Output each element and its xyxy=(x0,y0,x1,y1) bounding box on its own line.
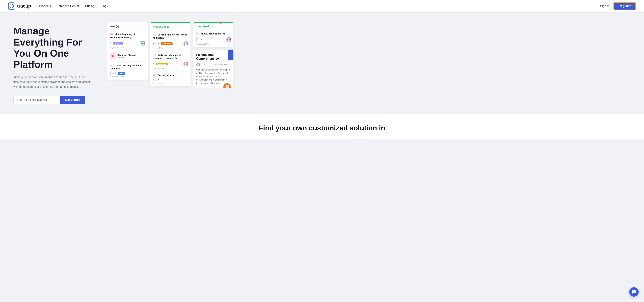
svg-point-12 xyxy=(184,64,187,66)
nav-pricing[interactable]: Pricing xyxy=(85,4,94,8)
card-29-date: July 29, 2022 xyxy=(152,67,188,69)
card-24-date: August 15, 2022 xyxy=(110,46,145,49)
kanban-column-processing: Processing (3) + #31 Second Half of Year… xyxy=(150,22,190,86)
nav-template-center[interactable]: Template Center xyxy=(57,4,79,8)
bottom-title: Find your own customized solution in xyxy=(14,124,630,132)
card-07-title: #07 Annual Tax Settlement xyxy=(196,32,231,35)
feature-card-inner: Flexible and Comprehensive John xyxy=(193,50,234,88)
subtask-icon-svg xyxy=(110,72,112,74)
tag-summary: Summary xyxy=(161,42,172,45)
hero-left: Manage Everything For You On One Platfor… xyxy=(14,22,100,104)
logo[interactable]: tracup xyxy=(8,2,31,10)
flag-icon-yellow: ⚑ xyxy=(110,42,112,44)
tag-data: Data xyxy=(118,72,125,75)
svg-line-17 xyxy=(220,22,229,24)
svg-point-1 xyxy=(142,42,144,43)
person-icon-29 xyxy=(184,62,188,66)
svg-rect-15 xyxy=(153,80,154,81)
feature-update-time: Latest update: 4:55 pm xyxy=(212,64,230,66)
logo-icon xyxy=(8,2,16,10)
card-24[interactable]: #24 Video Preparing of Promotional Activ… xyxy=(107,30,148,51)
person-icon-07 xyxy=(226,37,231,42)
nav-actions: Sign In Register xyxy=(600,2,636,10)
kanban-area: New (2) + #24 Video Preparing of Promoti… xyxy=(107,22,630,88)
feature-person-icon xyxy=(196,63,200,66)
svg-rect-18 xyxy=(196,38,196,39)
flag-icon-red-07: ⚑ xyxy=(200,38,202,41)
email-input[interactable] xyxy=(14,96,60,104)
subtask-icon-07 xyxy=(196,38,198,41)
svg-point-21 xyxy=(228,38,230,40)
card-31-title: #31 Second Half of Year Plan of All Sect… xyxy=(152,33,188,40)
nav-links: Products Template Center Pricing Blog ▾ xyxy=(39,4,600,8)
pdf-card[interactable]: PDF Business Plan.pdf (12.3M) xyxy=(107,51,148,62)
get-started-button[interactable]: Get Started xyxy=(60,96,85,104)
subtask-count-28: 2 xyxy=(152,79,156,81)
chevron-down-icon: ▾ xyxy=(107,5,108,7)
subtask-count-07: 2 xyxy=(196,38,200,41)
svg-rect-24 xyxy=(228,85,228,87)
card-24-meta: ⚑ Material xyxy=(110,41,145,45)
svg-point-2 xyxy=(142,44,144,45)
chevron-right-icon: › xyxy=(230,53,232,57)
col-title-completed: Completed (1) xyxy=(196,25,213,28)
svg-point-28 xyxy=(197,65,199,66)
subtask-count-23: 3 xyxy=(110,72,114,74)
person-icon xyxy=(140,41,145,45)
red-arrow-svg xyxy=(218,22,232,25)
hero-title: Manage Everything For You On One Platfor… xyxy=(14,25,100,70)
card-24-title: #24 Video Preparing of Promotional Activ… xyxy=(110,33,145,39)
svg-rect-19 xyxy=(197,38,198,39)
card-07-date: August 01, 2022 xyxy=(196,43,231,45)
card-29-title: #29 Daily provide clues of potential cus… xyxy=(152,54,188,60)
tag-material: Material xyxy=(113,42,123,44)
col-add-new[interactable]: + xyxy=(143,24,145,28)
col-add-processing[interactable]: + xyxy=(186,25,188,29)
svg-point-10 xyxy=(184,44,187,46)
card-23-date: August 20, 2022 xyxy=(110,76,145,78)
svg-point-27 xyxy=(198,63,199,65)
svg-rect-20 xyxy=(196,40,196,40)
blue-nav-arrow[interactable]: › xyxy=(228,50,234,60)
nav-products[interactable]: Products xyxy=(39,4,51,8)
pdf-icon: PDF xyxy=(110,53,116,59)
svg-rect-5 xyxy=(110,73,111,74)
card-23-title: #23 Data-collecting of Online Operation xyxy=(110,64,145,70)
card-31-meta: 2 ⚑ Summary xyxy=(152,41,188,46)
col-title-new: New (2) xyxy=(110,25,119,28)
card-31-date: August 01, 2022 xyxy=(152,47,188,49)
email-row: Get Started xyxy=(14,96,100,104)
svg-rect-13 xyxy=(153,79,154,80)
navbar: tracup Products Template Center Pricing … xyxy=(0,0,644,12)
nav-blog[interactable]: Blog ▾ xyxy=(100,4,108,8)
feature-description: With the full-scale functional support a… xyxy=(196,68,230,85)
flag-icon-blue: ⚑ xyxy=(114,72,117,75)
pdf-filesize: (12.3M) xyxy=(118,56,136,58)
svg-rect-14 xyxy=(154,79,155,80)
feature-user-row: John Latest update: 4:55 pm xyxy=(196,63,230,66)
chat-bubble[interactable] xyxy=(629,287,639,297)
card-29[interactable]: #29 Daily provide clues of potential cus… xyxy=(150,51,190,71)
hero-subtitle: Manage your tasks, documents and files i… xyxy=(14,75,90,89)
card-28[interactable]: #28 Security Check 2 ⚑ August 03, 2022 xyxy=(150,71,190,86)
card-23[interactable]: #23 Data-collecting of Online Operation … xyxy=(107,62,148,80)
sign-in-button[interactable]: Sign In xyxy=(600,4,610,8)
register-button[interactable]: Register xyxy=(614,2,636,10)
card-07[interactable]: #07 Annual Tax Settlement 2 ⚑ xyxy=(193,30,234,47)
svg-rect-26 xyxy=(228,87,228,88)
card-31[interactable]: #31 Second Half of Year Plan of All Sect… xyxy=(150,31,190,51)
logo-text: tracup xyxy=(17,3,31,9)
avatar-29 xyxy=(184,62,188,66)
card-23-meta: 3 ⚑ Data xyxy=(110,72,145,75)
card-07-meta: 2 ⚑ xyxy=(196,37,231,42)
flag-icon-red-31: ⚑ xyxy=(158,42,160,45)
feature-user: John xyxy=(196,63,205,66)
feature-card: Flexible and Comprehensive John xyxy=(193,50,234,88)
svg-point-9 xyxy=(185,42,187,44)
svg-rect-8 xyxy=(153,44,154,45)
subtask-icon-28 xyxy=(152,79,155,81)
bottom-section: Find your own customized solution in xyxy=(0,114,644,139)
subtask-icon-31 xyxy=(152,42,155,45)
svg-rect-3 xyxy=(110,72,111,73)
red-arrow-indicator xyxy=(218,22,232,26)
